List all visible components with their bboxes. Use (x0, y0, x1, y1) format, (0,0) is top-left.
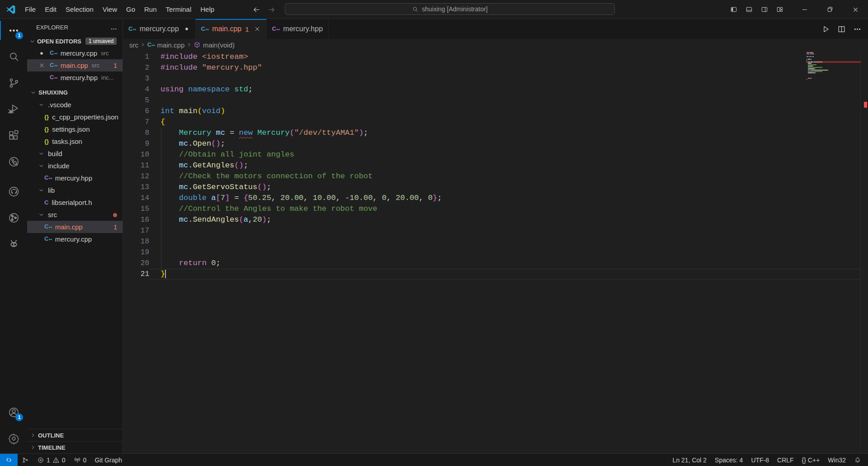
code-line-12[interactable]: 12 //Check the motors connection of the … (123, 171, 868, 182)
tree-item-settings.json[interactable]: {}settings.json (27, 123, 123, 135)
code-line-2[interactable]: 2#include "mercury.hpp" (123, 62, 868, 73)
breadcrumb-main(void)[interactable]: main(void) (193, 41, 235, 49)
status-encoding[interactable]: UTF-8 (747, 454, 773, 466)
code-line-18[interactable]: 18 (123, 236, 868, 247)
activity-settings[interactable] (0, 427, 27, 450)
activity-robot[interactable] (0, 233, 27, 255)
nav-back-icon[interactable] (252, 5, 261, 14)
code-line-20[interactable]: 20 return 0; (123, 258, 868, 269)
activity-extensions[interactable] (0, 124, 27, 147)
code-editor[interactable]: 1#include <iostream>2#include "mercury.h… (123, 51, 868, 453)
minimap[interactable] (807, 51, 861, 81)
line-number[interactable]: 1 (123, 52, 149, 62)
tree-item-.vscode[interactable]: .vscode (27, 99, 123, 111)
tab-mercury.cpp[interactable]: C++mercury.cpp (123, 19, 196, 39)
code-line-15[interactable]: 15 //Control the Angles to make the robo… (123, 204, 868, 214)
menu-help[interactable]: Help (196, 0, 219, 19)
line-number[interactable]: 5 (123, 95, 149, 106)
code-line-5[interactable]: 5 (123, 95, 868, 106)
tree-item-tasks.json[interactable]: {}tasks.json (27, 135, 123, 147)
code-line-6[interactable]: 6int main(void) (123, 106, 868, 117)
activity-source-control[interactable] (0, 71, 27, 94)
tree-item-src[interactable]: src (27, 209, 123, 221)
status-cursor-position[interactable]: Ln 21, Col 2 (669, 454, 711, 466)
code-line-1[interactable]: 1#include <iostream> (123, 52, 868, 62)
status-eol[interactable]: CRLF (773, 454, 798, 466)
line-number[interactable]: 10 (123, 149, 149, 160)
tree-item-mercury.hpp[interactable]: C++mercury.hpp (27, 172, 123, 184)
code-line-11[interactable]: 11 mc.GetAngles(); (123, 160, 868, 171)
timeline-section[interactable]: TIMELINE (27, 441, 123, 453)
more-button[interactable] (853, 25, 862, 33)
toggle-panel-button[interactable] (741, 0, 757, 19)
code-line-14[interactable]: 14 double a[7] = {50.25, 20.00, 10.00, -… (123, 193, 868, 204)
tree-item-libserialport.h[interactable]: Clibserialport.h (27, 196, 123, 209)
breadcrumb-src[interactable]: src (129, 41, 138, 49)
line-number[interactable]: 6 (123, 106, 149, 117)
code-line-16[interactable]: 16 mc.SendAngles(a,20); (123, 214, 868, 225)
status-remote[interactable] (0, 454, 18, 466)
status-language-mode[interactable]: {} C++ (798, 454, 824, 466)
status-notifications[interactable] (850, 454, 865, 466)
tab-mercury.hpp[interactable]: C++mercury.hpp (267, 19, 329, 39)
line-number[interactable]: 18 (123, 236, 149, 247)
close-tab-icon[interactable] (254, 25, 261, 33)
menu-edit[interactable]: Edit (40, 0, 61, 19)
breadcrumb-main.cpp[interactable]: C++main.cpp (147, 41, 185, 49)
code-line-8[interactable]: 8 Mercury mc = new Mercury("/dev/ttyAMA1… (123, 128, 868, 138)
line-number[interactable]: 19 (123, 247, 149, 258)
line-number[interactable]: 16 (123, 214, 149, 225)
customize-layout-button[interactable] (772, 0, 788, 19)
activity-git-graph[interactable] (0, 206, 27, 229)
menu-terminal[interactable]: Terminal (161, 0, 196, 19)
sidebar-more-button[interactable]: ... (111, 24, 117, 31)
tree-item-SHUIXING[interactable]: SHUIXING (27, 86, 123, 99)
menu-file[interactable]: File (20, 0, 40, 19)
line-number[interactable]: 11 (123, 160, 149, 171)
code-line-19[interactable]: 19 (123, 247, 868, 258)
menu-view[interactable]: View (98, 0, 122, 19)
line-number[interactable]: 4 (123, 84, 149, 95)
status-problems[interactable]: 10 (33, 454, 70, 466)
line-number[interactable]: 9 (123, 138, 149, 149)
activity-run-and-debug[interactable] (0, 98, 27, 120)
activity-accounts[interactable]: 1 (0, 401, 27, 423)
line-number[interactable]: 2 (123, 62, 149, 73)
split-editor-button[interactable] (837, 25, 846, 33)
code-line-4[interactable]: 4using namespace std; (123, 84, 868, 95)
activity-explorer[interactable]: 1 (0, 19, 27, 42)
activity-github[interactable] (0, 180, 27, 203)
line-number[interactable]: 8 (123, 128, 149, 138)
tree-item-mercury.cpp[interactable]: C++mercury.cpp (27, 233, 123, 245)
code-line-10[interactable]: 10 //Obtain all joint angles (123, 149, 868, 160)
restore-button[interactable] (817, 0, 843, 19)
toggle-secondary-sidebar-button[interactable] (757, 0, 772, 19)
minimize-button[interactable] (792, 0, 817, 19)
overview-ruler[interactable] (860, 51, 868, 453)
line-number[interactable]: 15 (123, 204, 149, 214)
code-line-9[interactable]: 9 mc.Open(); (123, 138, 868, 149)
line-number[interactable]: 17 (123, 225, 149, 236)
menu-go[interactable]: Go (122, 0, 140, 19)
status-indentation[interactable]: Spaces: 4 (711, 454, 747, 466)
line-number[interactable]: 3 (123, 73, 149, 84)
line-number[interactable]: 7 (123, 117, 149, 128)
code-line-17[interactable]: 17 (123, 225, 868, 236)
run-button[interactable] (821, 25, 830, 33)
open-editors-header[interactable]: OPEN EDITORS 1 unsaved (27, 35, 123, 47)
close-button[interactable] (843, 0, 868, 19)
status-git-graph-launch[interactable]: Git Graph (90, 454, 126, 466)
status-git-graph-view[interactable] (18, 454, 33, 466)
status-platform[interactable]: Win32 (824, 454, 850, 466)
open-editor-mercury.cpp[interactable]: C++mercury.cppsrc (27, 47, 123, 59)
line-number[interactable]: 14 (123, 193, 149, 204)
status-ports[interactable]: 0 (70, 454, 91, 466)
line-number[interactable]: 13 (123, 182, 149, 193)
tree-item-main.cpp[interactable]: C++main.cpp1 (27, 221, 123, 233)
code-line-7[interactable]: 7{ (123, 117, 868, 128)
command-center-search[interactable]: shuixing [Administrator] (285, 3, 615, 15)
tree-item-include[interactable]: include (27, 160, 123, 172)
code-line-13[interactable]: 13 mc.GetServoStatus(); (123, 182, 868, 193)
tab-main.cpp[interactable]: C++main.cpp1 (196, 19, 267, 39)
code-line-21[interactable]: 21} (123, 269, 868, 280)
